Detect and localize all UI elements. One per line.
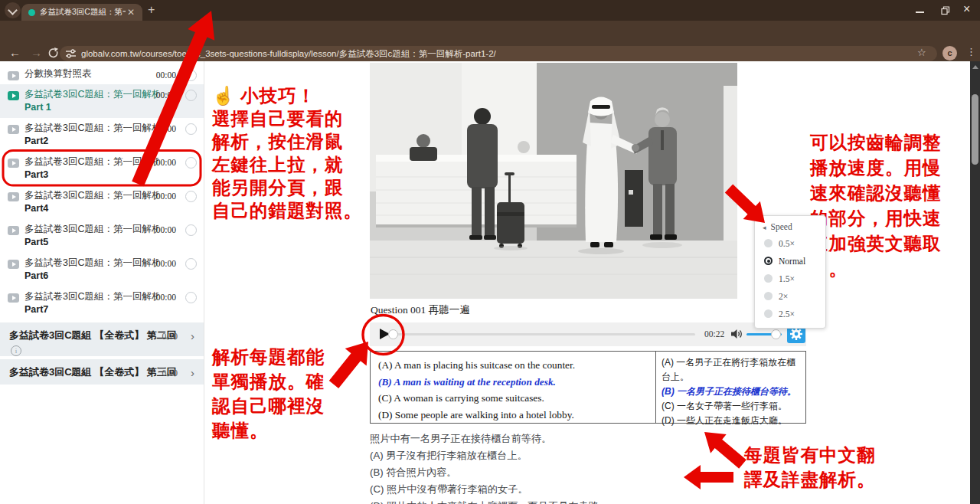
site-favicon (28, 9, 35, 16)
radio-icon (764, 274, 773, 283)
back-icon[interactable]: ← (9, 46, 21, 59)
sidebar-item-part4[interactable]: 多益試卷3回C題組：第一回解析 Part4 00:00 (0, 185, 204, 219)
browser-menu-icon[interactable]: ⋮ (966, 46, 976, 57)
lesson-part: Part2 (24, 136, 196, 147)
lesson-part: Part7 (24, 304, 196, 316)
volume-icon[interactable] (730, 329, 743, 339)
chevron-down-icon (8, 5, 18, 15)
scrollbar-up-arrow[interactable] (972, 65, 978, 69)
lesson-title: 多益試卷3回C題組：第一回解析 (24, 190, 158, 201)
complete-checkbox[interactable] (185, 224, 197, 236)
speed-option-2.5x[interactable]: 2.5× (755, 305, 825, 322)
window-restore-button[interactable] (941, 6, 950, 15)
option-b-zh: (B) 一名男子正在接待櫃台等待。 (662, 385, 802, 399)
option-b-en: (B) A man is waiting at the reception de… (378, 374, 648, 391)
lesson-duration: 00:00 (156, 124, 176, 133)
scrollbar-thumb[interactable] (972, 94, 978, 165)
radio-icon (764, 257, 773, 265)
page-scrollbar[interactable] (970, 61, 980, 504)
bookmark-star-icon[interactable]: ☆ (917, 47, 926, 58)
tab-title: 多益試卷3回C題組：第一回解析 (40, 7, 126, 18)
tab-close-icon[interactable]: ✕ (127, 7, 135, 18)
sidebar-item-part2[interactable]: 多益試卷3回C題組：第一回解析 Part2 00:00 (0, 118, 204, 152)
lesson-title: 多益試卷3回C題組：第一回解析 (24, 291, 158, 303)
complete-checkbox[interactable] (185, 90, 197, 101)
lesson-title: 多益試卷3回C題組：第一回解析 (24, 89, 158, 100)
explanation-line: (D) 照片中的人本來就在大廳裡面，而且不是在走路。 (370, 498, 802, 504)
page-content: 分數換算對照表 00:00 多益試卷3回C題組：第一回解析 Part 1 00:… (0, 61, 980, 504)
complete-checkbox[interactable] (185, 292, 197, 303)
sidebar-item-part3[interactable]: 多益試卷3回C題組：第一回解析 Part3 00:00 (0, 152, 204, 185)
sidebar-item-part1[interactable]: 多益試卷3回C題組：第一回解析 Part 1 00:00 (0, 84, 204, 118)
info-icon[interactable]: i (11, 345, 21, 356)
chinese-options-box: (A) 一名男子正在將行李箱放在櫃台上。 (B) 一名男子正在接待櫃台等待。 (… (655, 352, 805, 423)
sidebar-item-part7[interactable]: 多益試卷3回C題組：第一回解析 Part7 00:00 (0, 286, 204, 320)
lesson-photo (370, 63, 737, 299)
explanation-line: 照片中有一名男子正在接待櫃台前等待。 (370, 430, 802, 447)
lesson-duration: 00:00 (156, 225, 176, 234)
section-progress: 0/10 (162, 332, 178, 341)
explanation-line: (A) 男子沒有把行李箱放在櫃台上。 (370, 447, 802, 464)
option-d-zh: (D) 一些人正在走進飯店大廳。 (662, 414, 802, 428)
chevron-left-icon: ◂ (763, 224, 766, 231)
tab-strip: 多益試卷3回C題組：第一回解析 ✕ + × (0, 0, 980, 21)
lesson-duration: 00:00 (156, 158, 176, 167)
volume-handle[interactable] (771, 329, 781, 339)
progress-bar[interactable] (393, 333, 695, 335)
sidebar-section-round3[interactable]: 多益試卷3回C題組 【全卷式】 第三回 0/10 › (0, 359, 204, 385)
forward-icon[interactable]: → (31, 46, 42, 59)
progress-handle[interactable] (388, 329, 398, 339)
audio-player: 00:22 (370, 322, 806, 346)
site-settings-icon[interactable] (66, 49, 76, 58)
address-bar[interactable]: globalv.com.tw/courses/toeic-c_3sets-que… (60, 46, 937, 61)
new-tab-button[interactable]: + (148, 2, 155, 18)
option-c-en: (C) A woman is carrying some suitcases. (378, 390, 648, 407)
window-minimize-button[interactable] (916, 11, 924, 13)
lesson-part: Part3 (24, 169, 196, 181)
window-close-button[interactable]: × (963, 2, 970, 16)
complete-checkbox[interactable] (185, 123, 197, 135)
lesson-title: 多益試卷3回C題組：第一回解析 (24, 123, 158, 134)
complete-checkbox[interactable] (185, 258, 197, 270)
lesson-duration: 00:00 (156, 90, 176, 100)
annotation-speed-text: 可以按齒輪調整 播放速度。用慢 速來確認沒聽懂 的部分，用快速 來加強英文聽取 … (810, 130, 978, 282)
speed-option-0.5x[interactable]: 0.5× (755, 234, 825, 252)
lesson-duration: 00:00 (156, 191, 176, 201)
browser-toolbar: ← → globalv.com.tw/courses/toeic-c_3sets… (0, 21, 980, 61)
lesson-part: Part4 (24, 203, 196, 214)
lesson-title: 多益試卷3回C題組：第一回解析 (24, 224, 158, 235)
speed-option-normal[interactable]: Normal (755, 252, 825, 270)
profile-avatar[interactable]: c (942, 46, 957, 61)
answer-options: (A) A man is placing his suitcase on the… (370, 351, 806, 424)
play-icon (8, 159, 19, 168)
refresh-icon[interactable] (47, 47, 59, 59)
speed-menu-header[interactable]: ◂Speed (755, 216, 825, 234)
browser-tab[interactable]: 多益試卷3回C題組：第一回解析 ✕ (21, 4, 142, 21)
play-icon (8, 91, 19, 100)
lesson-title: 多益試卷3回C題組：第一回解析 (24, 257, 158, 269)
complete-checkbox[interactable] (185, 70, 197, 81)
play-icon (8, 192, 19, 201)
play-icon (8, 226, 19, 235)
speed-option-1.5x[interactable]: 1.5× (755, 270, 825, 287)
option-a-zh: (A) 一名男子正在將行李箱放在櫃台上。 (662, 355, 802, 385)
tab-search-button[interactable] (5, 2, 21, 18)
lesson-duration: 00:00 (156, 259, 176, 268)
option-d-en: (D) Some people are walking into a hotel… (378, 407, 648, 424)
explanation-line: (B) 符合照片內容。 (370, 464, 802, 481)
play-icon (8, 125, 19, 134)
annotation-translation-text: 每題皆有中文翻 譯及詳盡解析。 (744, 443, 890, 492)
complete-checkbox[interactable] (185, 157, 197, 169)
sidebar-item-part6[interactable]: 多益試卷3回C題組：第一回解析 Part6 00:00 (0, 253, 204, 286)
course-sidebar: 分數換算對照表 00:00 多益試卷3回C題組：第一回解析 Part 1 00:… (0, 61, 204, 504)
explanation-block: 照片中有一名男子正在接待櫃台前等待。 (A) 男子沒有把行李箱放在櫃台上。 (B… (370, 430, 802, 504)
sidebar-section-round2[interactable]: 多益試卷3回C題組 【全卷式】 第二回 i 0/10 › (0, 322, 204, 356)
sidebar-item-score-table[interactable]: 分數換算對照表 00:00 (0, 64, 204, 84)
complete-checkbox[interactable] (185, 191, 197, 202)
chevron-right-icon: › (191, 329, 194, 342)
sidebar-item-part5[interactable]: 多益試卷3回C題組：第一回解析 Part5 00:00 (0, 219, 204, 253)
duration-label: 00:22 (704, 329, 724, 339)
speed-menu: ◂Speed 0.5× Normal 1.5× 2× 2.5× (754, 215, 826, 329)
speed-option-2x[interactable]: 2× (755, 287, 825, 305)
browser-window: 多益試卷3回C題組：第一回解析 ✕ + × ← → globalv.com.tw… (0, 0, 980, 504)
